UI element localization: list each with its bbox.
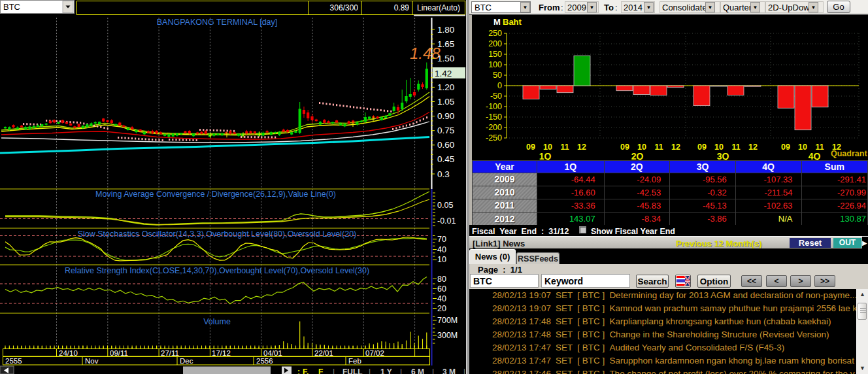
svg-text:70: 70 (437, 235, 446, 244)
svg-text:-200: -200 (486, 123, 502, 132)
svg-text:09: 09 (781, 143, 790, 152)
svg-text:12: 12 (577, 143, 586, 152)
svg-text:Quadrant: Quadrant (831, 149, 867, 158)
svg-text:1.20: 1.20 (437, 82, 454, 92)
svg-text:10: 10 (637, 143, 646, 152)
svg-text:40: 40 (437, 245, 446, 254)
svg-text:12: 12 (671, 143, 680, 152)
svg-text:0.3: 0.3 (437, 169, 450, 179)
svg-text:1.48: 1.48 (410, 44, 441, 62)
svg-text:M: M (493, 17, 501, 27)
svg-text:Relative Strength Index(CLOSE,: Relative Strength Index(CLOSE,14,30,70),… (65, 266, 369, 275)
svg-text:11: 11 (654, 143, 663, 152)
svg-text:700M: 700M (437, 316, 458, 325)
svg-text:09: 09 (697, 143, 707, 152)
svg-text:2Q: 2Q (631, 151, 644, 160)
svg-text:-50: -50 (490, 92, 502, 101)
svg-text:Linear(Auto): Linear(Auto) (417, 3, 460, 12)
svg-text:Dec: Dec (180, 357, 193, 365)
svg-text:4Q: 4Q (809, 151, 821, 160)
svg-text:1.42: 1.42 (435, 69, 452, 78)
svg-text:Moving Average Convergence / D: Moving Average Convergence / Divergence(… (95, 190, 336, 199)
svg-text:1.50: 1.50 (437, 54, 454, 63)
svg-text:2555: 2555 (5, 357, 22, 365)
svg-text:2556: 2556 (256, 357, 273, 365)
svg-text:11: 11 (815, 143, 824, 152)
svg-text:6 M: 6 M (411, 367, 424, 374)
svg-text:04/01: 04/01 (263, 349, 282, 357)
svg-text:1.65: 1.65 (437, 39, 454, 49)
svg-text:Baht: Baht (503, 17, 522, 27)
svg-text:BTC: BTC (3, 2, 20, 12)
svg-text:250: 250 (488, 29, 502, 38)
svg-text:17/12: 17/12 (212, 349, 231, 357)
svg-text:F: F (318, 367, 323, 374)
svg-text:300M: 300M (437, 331, 458, 340)
svg-text:150: 150 (488, 50, 502, 59)
svg-text:0.05: 0.05 (437, 201, 453, 210)
svg-text:10: 10 (714, 143, 724, 152)
svg-text:Nov: Nov (85, 357, 99, 365)
svg-text:0: 0 (497, 81, 502, 90)
svg-text:0.75: 0.75 (437, 126, 454, 135)
svg-text:|: | (333, 367, 335, 374)
svg-text:07/02: 07/02 (365, 349, 384, 357)
svg-text:0.89: 0.89 (394, 3, 410, 12)
svg-text:11: 11 (560, 143, 569, 152)
svg-text:Slow Stochastics Oscillator(14: Slow Stochastics Oscillator(14,3,3),Over… (78, 230, 357, 239)
svg-text:BANGPAKONG TERMINAL [day]: BANGPAKONG TERMINAL [day] (157, 18, 278, 27)
svg-text:60: 60 (437, 284, 446, 294)
svg-text:Volume: Volume (203, 317, 231, 326)
svg-text:09: 09 (526, 143, 535, 152)
svg-text:1Q: 1Q (539, 151, 552, 160)
svg-text:0.90: 0.90 (437, 111, 454, 121)
svg-text:1.05: 1.05 (437, 97, 454, 107)
svg-text:40: 40 (437, 294, 446, 303)
svg-text:-0.01: -0.01 (437, 216, 456, 226)
svg-text:|: | (432, 367, 434, 374)
svg-text:50: 50 (493, 71, 502, 80)
svg-text:-250: -250 (486, 133, 502, 143)
svg-text:306/300: 306/300 (330, 3, 359, 12)
svg-text:1.80: 1.80 (437, 25, 454, 35)
svg-text:|: | (369, 367, 371, 374)
svg-text:10: 10 (798, 143, 807, 152)
svg-text:20: 20 (437, 304, 446, 313)
svg-text:80: 80 (437, 275, 446, 284)
svg-text:10: 10 (437, 255, 446, 264)
svg-text:0.45: 0.45 (437, 154, 454, 164)
svg-text:F,: F, (303, 367, 309, 374)
svg-text:0.60: 0.60 (437, 140, 454, 150)
svg-text:10: 10 (543, 143, 552, 152)
svg-text:3 M: 3 M (442, 367, 456, 374)
svg-text:-100: -100 (486, 102, 502, 111)
svg-text:FULL: FULL (342, 367, 363, 374)
svg-text:-150: -150 (486, 112, 502, 122)
svg-text:|: | (463, 367, 465, 374)
svg-text:1 Y: 1 Y (380, 367, 392, 374)
svg-text:09/11: 09/11 (110, 349, 128, 357)
svg-text:11: 11 (731, 143, 740, 152)
svg-text:24/10: 24/10 (59, 349, 78, 357)
svg-text:09: 09 (620, 143, 629, 152)
svg-text:|: | (400, 367, 402, 374)
svg-text:22/01: 22/01 (314, 349, 333, 357)
svg-text:200: 200 (488, 39, 502, 48)
svg-text:;: ; (297, 367, 300, 374)
svg-text:100: 100 (488, 60, 502, 69)
svg-text:Feb: Feb (348, 357, 361, 365)
svg-text:3Q: 3Q (717, 151, 729, 160)
svg-text:12: 12 (748, 143, 758, 152)
svg-text:27/11: 27/11 (161, 349, 179, 357)
